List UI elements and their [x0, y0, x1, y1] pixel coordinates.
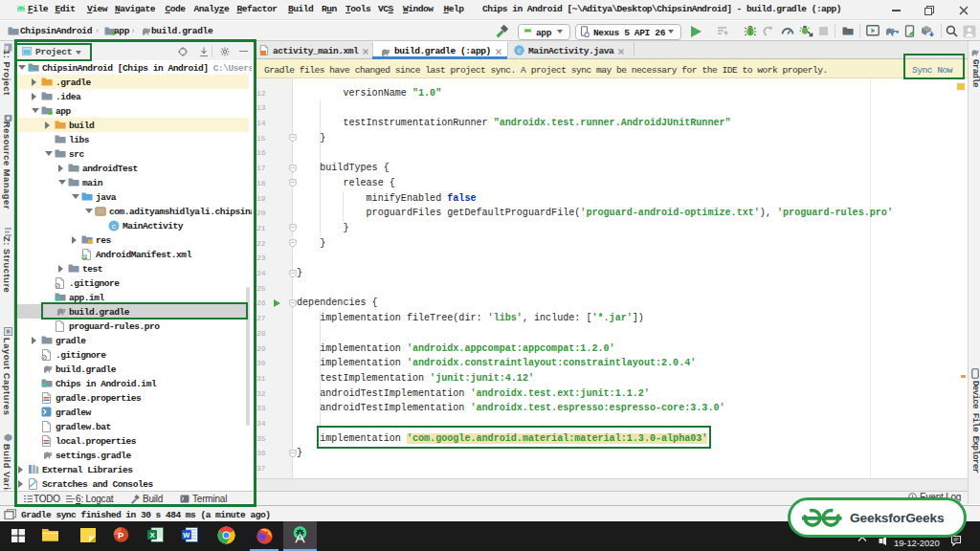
- svg-text:W: W: [183, 531, 190, 540]
- svg-text:X: X: [149, 531, 155, 540]
- svg-text:P: P: [118, 530, 124, 540]
- svg-text:c: c: [517, 47, 522, 55]
